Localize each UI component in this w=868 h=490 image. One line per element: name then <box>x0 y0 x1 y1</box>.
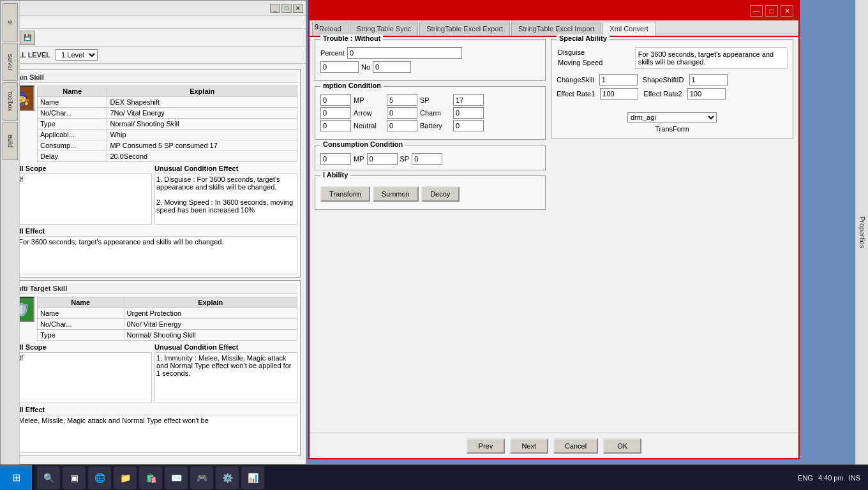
row-value: Urgent Protection <box>124 308 297 319</box>
maximize-button[interactable]: □ <box>281 4 292 13</box>
sp2-label: SP <box>400 155 410 163</box>
table-row: No/Char... 0No/ Vital Energy <box>38 319 297 330</box>
side-nav-build[interactable]: Build <box>3 122 18 160</box>
ability-section: l Ability Transform Summon Decoy <box>315 175 546 210</box>
cancel-button[interactable]: Cancel <box>553 438 598 454</box>
dialog-titlebar: — □ ✕ <box>310 1 798 20</box>
no-label: No <box>361 63 370 71</box>
side-nav-server[interactable]: Server <box>3 64 18 81</box>
consumption-legend-2: Consumption Condition <box>320 140 405 148</box>
sp2-val-input[interactable] <box>412 153 442 165</box>
special-ability-section: Special Ability Disguise Moving Speed Fo… <box>551 39 793 138</box>
row-name: No/Char... <box>38 108 107 119</box>
dialog-top-number: 9 <box>310 20 798 34</box>
percent-input[interactable] <box>347 47 462 59</box>
effect-rate1-input[interactable] <box>600 88 638 100</box>
next-button[interactable]: Next <box>510 438 548 454</box>
neutral-input[interactable] <box>320 120 351 131</box>
dialog-footer: Prev Next Cancel OK <box>310 433 798 458</box>
shape-shift-label: ShapeShiftID <box>643 76 684 84</box>
close-button[interactable]: ✕ <box>293 4 303 13</box>
transform-label: TransForm <box>655 125 689 133</box>
table-row: Type Normal/ Shooting Skill <box>38 119 297 130</box>
dialog-minimize-btn[interactable]: — <box>750 5 763 17</box>
ability-legend: l Ability <box>320 171 350 179</box>
row-value: Normal/ Shooting Skill <box>107 119 297 130</box>
minimize-button[interactable]: _ <box>270 4 280 13</box>
row-value: Whip <box>107 130 297 140</box>
trouble-val1-input[interactable] <box>320 61 359 73</box>
battery-label: Battery <box>420 122 452 130</box>
charm-input[interactable] <box>387 107 417 119</box>
skill-scope-box[interactable]: Self <box>9 174 152 225</box>
change-skill-input[interactable] <box>599 74 638 85</box>
mp2-input[interactable] <box>320 153 351 165</box>
multi-scope-value: Self <box>11 354 150 362</box>
prev-button[interactable]: Prev <box>467 438 505 454</box>
table-row: No/Char... 7No/ Vital Energy <box>38 108 297 119</box>
multi-unusual-effect-box[interactable]: 1. Immunity : Melee, Missile, Magic atta… <box>154 352 297 403</box>
skill-level-bar: SKILL LEVEL 1 Level 2 Level 3 Level <box>1 47 306 64</box>
special-ability-legend: Special Ability <box>557 34 610 42</box>
unusual-effect-text: 1. Disguise : For 3600 seconds, target's… <box>156 175 296 214</box>
ok-button[interactable]: OK <box>603 438 641 454</box>
multi-skill-scope-label: Skill Scope <box>9 343 152 351</box>
table-row: Name DEX Shapeshift <box>38 97 297 108</box>
percent-label: Percent <box>320 49 345 57</box>
skill-scope-label: Skill Scope <box>9 165 152 172</box>
menu-bar: File <box>1 16 306 29</box>
charm-val-input[interactable] <box>453 107 484 119</box>
row-value: MP Consumed 5 SP consumed 17 <box>107 140 297 151</box>
side-nav-toolbox[interactable]: Toolbox <box>3 82 18 121</box>
neutral-label: Neutral <box>354 122 385 130</box>
table-row: Name Urgent Protection <box>38 308 297 319</box>
dialog-close-btn[interactable]: ✕ <box>781 5 793 17</box>
effect-rate2-input[interactable] <box>687 88 726 100</box>
unusual-effect-label: Unusual Condition Effect <box>154 165 297 172</box>
mp2-label: MP <box>354 155 364 163</box>
battery-input[interactable] <box>387 120 417 131</box>
explain-col-header2: Explain <box>124 297 297 308</box>
consumption-section: mption Condition MP SP Arrow Charm <box>315 86 546 140</box>
decoy-button[interactable]: Decoy <box>421 186 460 202</box>
dialog-restore-btn[interactable]: □ <box>765 5 778 17</box>
multi-skill-scope-box[interactable]: Self <box>9 352 152 403</box>
multi-skill-effect-label: Skill Effect <box>9 406 297 413</box>
row-value: Normal/ Shooting Skill <box>124 330 297 341</box>
multi-target-skill-title: Multi Target Skill <box>9 283 297 294</box>
main-skill-info-table: Name Explain Name DEX Shapeshift No/Char… <box>37 85 297 162</box>
tab-xml-convert[interactable]: Xml Convert <box>602 22 655 36</box>
trouble-val2-input[interactable] <box>373 61 411 73</box>
effect-rate2-label: Effect Rate2 <box>643 90 682 98</box>
dialog-content-area: 9 Trouble : Without Percent No <box>310 20 798 433</box>
trouble-legend: Trouble : Without <box>320 34 383 42</box>
toolbar-btn-2[interactable]: 💾 <box>20 31 35 45</box>
multi-skill-info-table: Name Explain Name Urgent Protection No/C… <box>37 297 297 341</box>
row-value: 7No/ Vital Energy <box>107 108 297 119</box>
main-dialog: — □ ✕ Reload String Table Sync StringTab… <box>308 0 800 459</box>
unusual-effect-box[interactable]: 1. Disguise : For 3600 seconds, target's… <box>154 174 297 225</box>
skill-effect-box[interactable]: 1. For 3600 seconds, target's appearance… <box>9 236 297 274</box>
drm-dropdown[interactable]: drm_agi drm_str drm_int <box>627 112 717 122</box>
shape-shift-input[interactable] <box>689 74 728 85</box>
skill-level-select[interactable]: 1 Level 2 Level 3 Level <box>56 49 98 61</box>
consumption-legend: mption Condition <box>320 82 384 89</box>
skill-effect-text: 1. For 3600 seconds, target's appearance… <box>11 238 296 246</box>
explain-col-header: Explain <box>107 86 297 97</box>
sp2-input[interactable] <box>367 153 398 165</box>
transform-button[interactable]: Transform <box>320 186 370 202</box>
row-value: DEX Shapeshift <box>107 97 297 108</box>
mp-input[interactable] <box>320 94 351 106</box>
sp-val-input[interactable] <box>453 94 484 106</box>
main-skill-section: Main Skill 🧙 Name Explain <box>6 69 301 278</box>
disguise-item: Disguise <box>557 47 630 57</box>
summon-button[interactable]: Summon <box>373 186 419 202</box>
multi-unusual-effect-label: Unusual Condition Effect <box>154 343 297 351</box>
table-row: Type Normal/ Shooting Skill <box>38 330 297 341</box>
multi-skill-effect-box[interactable]: 1. Melee, Missile, Magic attack and Norm… <box>9 415 297 453</box>
name-col-header: Name <box>38 86 107 97</box>
sp-input[interactable] <box>387 94 417 106</box>
arrow-input[interactable] <box>320 107 351 119</box>
row-name: Delay <box>38 151 107 162</box>
battery-val-input[interactable] <box>453 120 484 131</box>
